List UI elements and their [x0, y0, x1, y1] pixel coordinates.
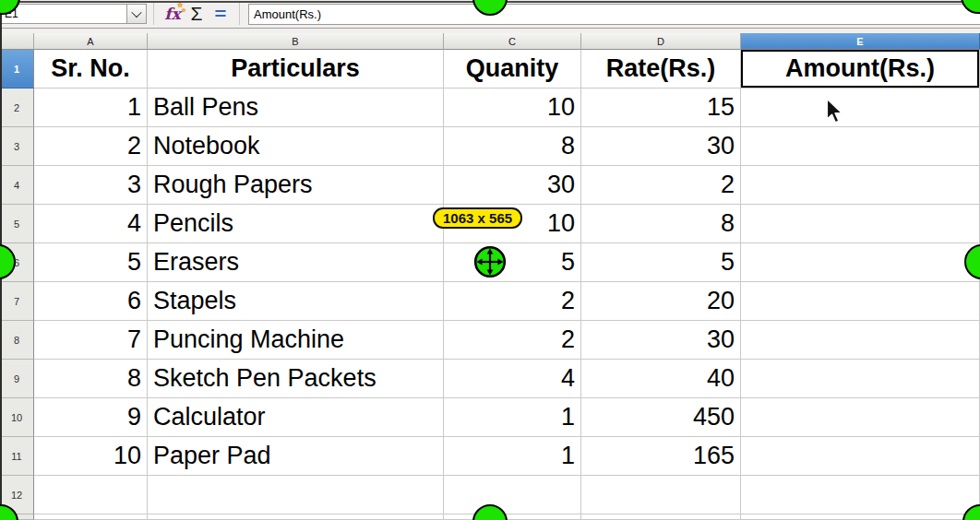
cell-sr-no[interactable]: 1	[34, 89, 148, 127]
cell-quantity[interactable]: 2	[444, 282, 581, 321]
cell-reference-input[interactable]	[0, 4, 127, 24]
row-header[interactable]: 3	[0, 127, 34, 166]
equals-icon: =	[215, 4, 227, 24]
cell-empty[interactable]	[444, 476, 581, 514]
cell-sr-no[interactable]: 8	[34, 360, 148, 398]
name-box-dropdown-button[interactable]	[127, 4, 147, 24]
row-header[interactable]: 9	[0, 360, 34, 398]
row-header[interactable]: 8	[0, 321, 34, 360]
column-header-b[interactable]: B	[148, 33, 444, 50]
cell-rate[interactable]: 450	[581, 398, 741, 437]
cell-rate[interactable]: 165	[581, 437, 741, 476]
cell-sr-no[interactable]: 9	[34, 398, 148, 437]
capture-size-tooltip: 1063 x 565	[433, 207, 522, 229]
cell-header-quantity[interactable]: Quanity	[444, 50, 581, 89]
row-header[interactable]: 4	[0, 166, 34, 205]
column-header-d[interactable]: D	[581, 33, 741, 50]
function-wizard-button[interactable]: fx ★ ★	[161, 2, 185, 26]
cell-sr-no[interactable]: 6	[34, 282, 148, 321]
cell-particulars[interactable]: Stapels	[148, 282, 444, 321]
cell-empty[interactable]	[34, 476, 148, 514]
cell-sr-no[interactable]: 7	[34, 321, 148, 360]
cell-quantity[interactable]: 30	[444, 166, 581, 205]
column-header-a[interactable]: A	[34, 33, 148, 50]
cell-sr-no[interactable]: 10	[34, 437, 148, 476]
cell-particulars[interactable]: Pencils	[148, 205, 444, 243]
sum-button[interactable]: Σ	[185, 2, 209, 26]
cell-empty[interactable]	[581, 514, 741, 520]
row-header[interactable]: 2	[0, 89, 34, 127]
cell-empty[interactable]	[581, 476, 741, 514]
cell-amount[interactable]	[741, 321, 980, 360]
cell-quantity[interactable]: 4	[444, 360, 581, 398]
cell-quantity[interactable]: 5	[444, 243, 581, 282]
row-header[interactable]: 1	[0, 50, 34, 89]
cell-rate[interactable]: 5	[581, 243, 741, 282]
cell-rate[interactable]: 40	[581, 360, 741, 398]
cell-sr-no[interactable]: 4	[34, 205, 148, 243]
chevron-down-icon	[131, 7, 141, 18]
cell-header-amount-selected[interactable]: Amount(Rs.)	[741, 50, 980, 89]
cell-amount[interactable]	[741, 243, 980, 282]
cell-quantity[interactable]: 1	[444, 398, 581, 437]
cell-empty[interactable]	[148, 514, 444, 520]
cell-amount[interactable]	[741, 360, 980, 398]
cell-particulars[interactable]: Paper Pad	[148, 437, 444, 476]
cell-rate[interactable]: 30	[581, 127, 741, 166]
cell-particulars[interactable]: Rough Papers	[148, 166, 444, 205]
spreadsheet-app: fx ★ ★ Σ = A B C D E 1 Sr. No. Particula…	[0, 0, 980, 520]
cell-sr-no[interactable]: 5	[34, 243, 148, 282]
formula-input-line[interactable]	[248, 4, 980, 25]
cell-quantity[interactable]: 1	[444, 437, 581, 476]
cell-header-sr-no[interactable]: Sr. No.	[34, 50, 148, 89]
cell-empty[interactable]	[34, 514, 148, 520]
function-wizard-icon: fx ★ ★	[164, 5, 180, 23]
cell-amount[interactable]	[741, 166, 980, 205]
cell-amount[interactable]	[741, 205, 980, 243]
cell-particulars[interactable]: Sketch Pen Packets	[148, 360, 444, 398]
column-header-e[interactable]: E	[741, 33, 980, 50]
select-all-corner[interactable]	[0, 33, 34, 50]
cell-particulars[interactable]: Erasers	[148, 243, 444, 282]
cell-sr-no[interactable]: 2	[34, 127, 148, 166]
cell-quantity[interactable]: 8	[444, 127, 581, 166]
cell-particulars[interactable]: Calculator	[148, 398, 444, 437]
toolbar-separator	[153, 3, 154, 25]
move-handle-icon[interactable]	[473, 245, 507, 278]
column-header-c[interactable]: C	[444, 33, 581, 50]
cell-rate[interactable]: 8	[581, 205, 741, 243]
row-header[interactable]: 5	[0, 205, 34, 243]
cell-rate[interactable]: 2	[581, 166, 741, 205]
row-header[interactable]: 11	[0, 437, 34, 476]
sigma-icon: Σ	[191, 3, 203, 25]
cell-empty[interactable]	[741, 476, 980, 514]
cell-quantity[interactable]: 10	[444, 89, 581, 127]
cell-header-particulars[interactable]: Particulars	[148, 50, 444, 89]
formula-button[interactable]: =	[209, 2, 233, 26]
cell-particulars[interactable]: Ball Pens	[148, 89, 444, 127]
row-header[interactable]: 7	[0, 282, 34, 321]
cell-amount[interactable]	[741, 282, 980, 321]
cell-amount[interactable]	[741, 398, 980, 437]
cell-amount[interactable]	[741, 127, 980, 166]
cell-empty[interactable]	[741, 514, 980, 520]
cell-rate[interactable]: 30	[581, 321, 741, 360]
cell-quantity[interactable]: 2	[444, 321, 581, 360]
cell-empty[interactable]	[444, 514, 581, 520]
cell-sr-no[interactable]: 3	[34, 166, 148, 205]
cell-amount[interactable]	[741, 437, 980, 476]
cell-empty[interactable]	[148, 476, 444, 514]
cell-particulars[interactable]: Puncing Machine	[148, 321, 444, 360]
cell-rate[interactable]: 20	[581, 282, 741, 321]
cell-header-rate[interactable]: Rate(Rs.)	[581, 50, 741, 89]
toolbar-separator	[239, 3, 240, 25]
row-header[interactable]: 10	[0, 398, 34, 437]
name-box-group	[0, 4, 147, 24]
cell-amount[interactable]	[741, 89, 980, 127]
cell-rate[interactable]: 15	[581, 89, 741, 127]
cell-particulars[interactable]: Notebook	[148, 127, 444, 166]
star-icon: ★	[181, 6, 185, 13]
